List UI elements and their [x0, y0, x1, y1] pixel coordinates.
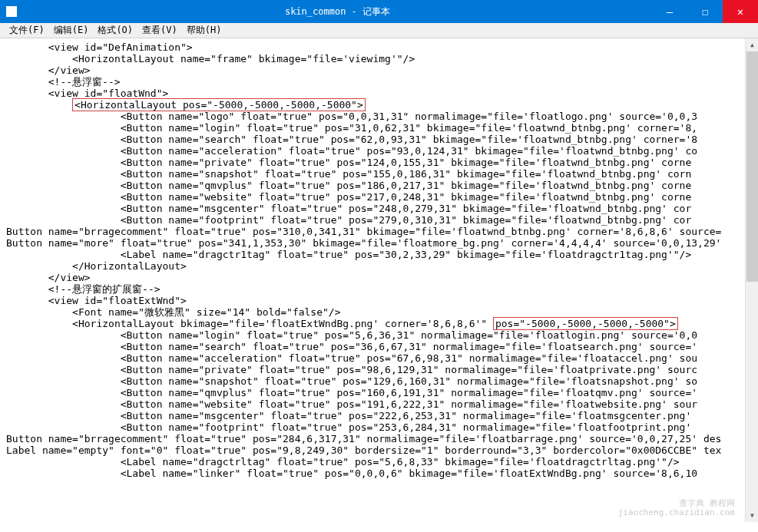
code-line: Button name="brragecomment" float="true"…	[6, 433, 721, 444]
code-line: </HorizontalLayout>	[6, 260, 187, 272]
code-line: <Button name="snapshot" float="true" pos…	[6, 375, 697, 387]
code-line: <Button name="private" float="true" pos=…	[6, 364, 697, 375]
menu-view[interactable]: 查看(V)	[137, 24, 182, 37]
code-line: <!--悬浮窗-->	[6, 76, 121, 88]
code-line: <Button name="acceleration" float="true"…	[6, 352, 697, 364]
titlebar: skin_common - 记事本 — ☐ ✕	[0, 0, 758, 23]
code-line: <Button name="qmvplus" float="true" pos=…	[6, 180, 691, 191]
code-line: <Button name="login" float="true" pos="5…	[6, 329, 697, 341]
code-line	[6, 99, 72, 111]
close-button[interactable]: ✕	[723, 0, 758, 23]
scroll-down-icon[interactable]: ▼	[746, 509, 758, 522]
code-line: <Label name="dragctrltag" float="true" p…	[6, 456, 680, 468]
code-line: </view>	[6, 64, 91, 76]
minimize-button[interactable]: —	[652, 0, 687, 23]
scroll-up-icon[interactable]: ▲	[746, 38, 758, 51]
code-line: Label name="empty" font="0" float="true"…	[6, 444, 721, 456]
code-line: <Button name="msgcenter" float="true" po…	[6, 410, 697, 421]
code-line: <Button name="search" float="true" pos="…	[6, 134, 697, 145]
app-icon	[6, 6, 17, 17]
watermark: 查字典 教程网 jiaocheng.chazidian.com	[618, 499, 735, 517]
code-line: <Label name="dragctr1tag" float="true" p…	[6, 249, 691, 260]
code-line: <Font name="微软雅黑" size="14" bold="false"…	[6, 306, 341, 318]
code-line: <Button name="search" float="true" pos="…	[6, 341, 697, 352]
code-line: Button name="brragecomment" float="true"…	[6, 226, 721, 237]
code-line: <Button name="qmvplus" float="true" pos=…	[6, 387, 697, 398]
text-area[interactable]: <view id="DefAnimation"> <HorizontalLayo…	[0, 38, 758, 522]
code-line: <HorizontalLayout name="frame" bkimage="…	[6, 53, 415, 64]
code-line: <view id="floatExtWnd">	[6, 295, 187, 306]
code-line: </view>	[6, 272, 91, 283]
code-line: <Button name="website" float="true" pos=…	[6, 398, 697, 410]
code-line: <Label name="linker" float="true" pos="0…	[6, 468, 697, 479]
vertical-scrollbar[interactable]: ▲ ▼	[745, 38, 758, 522]
highlighted-pos-attribute: <HorizontalLayout pos="-5000,-5000,-5000…	[72, 98, 366, 111]
watermark-url: jiaocheng.chazidian.com	[618, 507, 735, 517]
code-line: <Button name="acceleration" float="true"…	[6, 145, 697, 157]
code-line: <!--悬浮窗的扩展窗-->	[6, 283, 161, 295]
code-line: <view id="floatWnd">	[6, 88, 168, 99]
code-line: <Button name="footprint" float="true" po…	[6, 214, 691, 226]
code-line: <Button name="footprint" float="true" po…	[6, 421, 697, 433]
code-line: <view id="DefAnimation">	[6, 41, 193, 53]
maximize-button[interactable]: ☐	[687, 0, 723, 23]
code-line: <Button name="private" float="true" pos=…	[6, 157, 691, 168]
menubar: 文件(F) 编辑(E) 格式(O) 查看(V) 帮助(H)	[0, 23, 758, 38]
menu-help[interactable]: 帮助(H)	[182, 24, 227, 37]
code-line: <Button name="logo" float="true" pos="0,…	[6, 111, 697, 122]
menu-edit[interactable]: 编辑(E)	[49, 24, 94, 37]
code-line: <HorizontalLayout bkimage="file='floatEx…	[6, 318, 493, 329]
window-title: skin_common - 记事本	[23, 5, 652, 18]
highlighted-pos-attribute: pos="-5000,-5000,-5000,-5000">	[493, 317, 678, 330]
code-line: <Button name="website" float="true" pos=…	[6, 191, 691, 203]
menu-file[interactable]: 文件(F)	[5, 24, 49, 37]
code-line: <Button name="snapshot" float="true" pos…	[6, 168, 691, 180]
code-line: <Button name="msgcenter" float="true" po…	[6, 203, 691, 214]
menu-format[interactable]: 格式(O)	[93, 24, 137, 37]
window-controls: — ☐ ✕	[652, 0, 758, 23]
scroll-thumb[interactable]	[746, 51, 758, 282]
code-line: Button name="more" float="true" pos="341…	[6, 237, 721, 249]
code-line: <Button name="login" float="true" pos="3…	[6, 122, 697, 134]
